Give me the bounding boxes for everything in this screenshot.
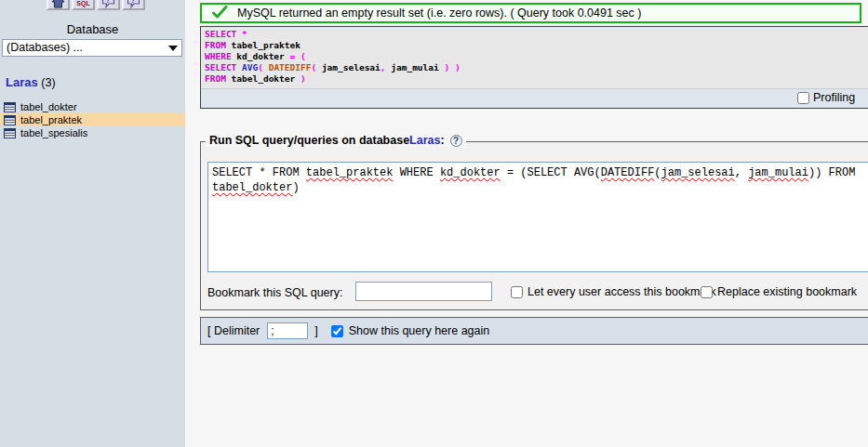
main-content: MySQL returned an empty result set (i.e.…	[186, 0, 868, 447]
table-count: (3)	[41, 76, 55, 89]
executed-sql-code: SELECT *FROM tabel_praktekWHERE kd_dokte…	[201, 27, 868, 86]
home-button[interactable]	[47, 0, 70, 10]
database-select[interactable]: (Databases) ...	[2, 39, 182, 57]
success-message-box: MySQL returned an empty result set (i.e.…	[200, 3, 861, 23]
current-database-row: Laras (3)	[6, 75, 56, 89]
bookmark-label: Bookmark this SQL query:	[207, 286, 342, 299]
replace-bookmark-option: Replace existing bookmark	[701, 285, 857, 298]
success-message-text: MySQL returned an empty result set (i.e.…	[237, 7, 641, 20]
bookmark-name-input[interactable]	[355, 282, 492, 301]
navigation-sidebar: SQL ? ? Database (Databases) ... Laras (…	[0, 0, 185, 447]
replace-bookmark-checkbox[interactable]	[701, 286, 713, 298]
executed-sql-box: SELECT *FROM tabel_praktekWHERE kd_dokte…	[200, 26, 868, 109]
success-check-icon	[212, 6, 228, 21]
legend-text: Run SQL query/queries on database	[209, 134, 409, 147]
help-icon[interactable]: ?	[450, 135, 462, 147]
table-list-item-tabel-dokter[interactable]: tabel_dokter	[0, 100, 185, 113]
question-bubble-icon: ?	[101, 0, 115, 8]
database-select-value: (Databases) ...	[7, 41, 83, 54]
sql-icon: SQL	[76, 0, 89, 7]
chevron-down-icon	[168, 46, 178, 51]
sql-query-textarea[interactable]: SELECT * FROM tabel_praktek WHERE kd_dok…	[207, 162, 868, 272]
svg-text:?: ?	[106, 0, 110, 4]
delimiter-close-bracket: ]	[314, 324, 317, 337]
run-sql-query-fieldset: Run SQL query/queries on database Laras …	[200, 141, 868, 310]
every-user-label: Let every user access this bookmark	[527, 285, 716, 298]
profiling-option: Profiling	[797, 91, 855, 104]
delimiter-input[interactable]	[267, 322, 308, 339]
svg-text:?: ?	[131, 0, 135, 4]
delimiter-open-bracket: [ Delimiter	[207, 324, 260, 337]
table-list: tabel_dokter tabel_praktek tabel_spesial…	[0, 100, 185, 139]
show-query-again-checkbox[interactable]	[331, 325, 343, 337]
table-name: tabel_praktek	[20, 114, 82, 125]
bookmark-row: Bookmark this SQL query: Let every user …	[201, 273, 868, 311]
table-name: tabel_dokter	[20, 101, 77, 112]
database-label: Database	[0, 22, 185, 36]
database-link[interactable]: Laras	[6, 75, 38, 89]
table-list-item-tabel-spesialis[interactable]: tabel_spesialis	[0, 126, 185, 139]
phpmyadmin-page: { "colors":{ "page-bg":"#f6f6f6","sideba…	[0, 0, 868, 447]
question-bubble-icon: ?	[127, 0, 140, 8]
legend-colon: :	[440, 134, 444, 147]
replace-bookmark-label: Replace existing bookmark	[717, 285, 857, 298]
fieldset-legend: Run SQL query/queries on database Laras …	[206, 134, 466, 147]
table-list-item-tabel-praktek-selected[interactable]: tabel_praktek	[0, 113, 185, 126]
sql-query-window-button[interactable]: SQL	[72, 0, 95, 10]
every-user-checkbox[interactable]	[511, 286, 523, 298]
query-options-footer: [ Delimiter ] Show this query here again	[200, 317, 868, 345]
profiling-label: Profiling	[813, 91, 855, 104]
every-user-option: Let every user access this bookmark	[511, 285, 716, 298]
table-icon	[4, 102, 16, 112]
home-icon	[51, 0, 65, 8]
table-icon	[4, 115, 16, 125]
table-icon	[4, 128, 16, 138]
legend-database-link[interactable]: Laras	[409, 134, 440, 147]
show-query-again-label: Show this query here again	[349, 324, 489, 337]
sql-tools-bar: Profiling	[201, 88, 868, 108]
profiling-checkbox[interactable]	[797, 92, 809, 104]
mysql-documentation-button[interactable]: ?	[122, 0, 145, 10]
pma-documentation-button[interactable]: ?	[97, 0, 120, 10]
table-name: tabel_spesialis	[20, 127, 87, 138]
